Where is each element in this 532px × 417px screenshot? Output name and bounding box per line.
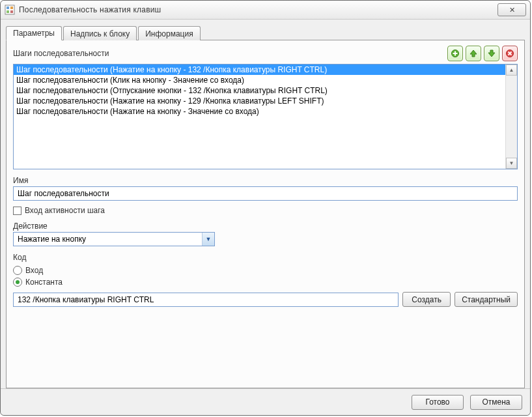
radio-const[interactable]: [13, 278, 22, 287]
dialog-window: Последовательность нажатия клавиш ✕ Пара…: [0, 0, 531, 416]
radio-input[interactable]: [13, 266, 22, 275]
tab-panel-parameters: Шаги последовательности: [6, 40, 525, 388]
list-item[interactable]: Шаг последовательности (Отпускание кнопк…: [14, 85, 517, 96]
svg-rect-4: [10, 10, 13, 13]
arrow-up-icon: [469, 50, 477, 57]
code-label: Код: [13, 253, 518, 262]
tab-parameters[interactable]: Параметры: [6, 26, 62, 40]
window-close-button[interactable]: ✕: [497, 3, 526, 16]
tabs: Параметры Надпись к блоку Информация: [6, 25, 525, 40]
create-button-label: Создать: [412, 295, 441, 304]
close-icon: ✕: [509, 6, 515, 14]
list-item[interactable]: Шаг последовательности (Нажатие на кнопк…: [14, 65, 517, 75]
ok-button-label: Готово: [425, 397, 449, 407]
plus-icon: [451, 50, 459, 57]
name-label: Имя: [13, 176, 518, 185]
move-up-button[interactable]: [466, 46, 481, 61]
cancel-button-label: Отмена: [482, 397, 510, 407]
tab-info-label: Информация: [145, 29, 193, 38]
tab-info[interactable]: Информация: [138, 26, 200, 40]
move-down-button[interactable]: [484, 46, 499, 61]
standard-button-label: Стандартный: [462, 295, 511, 304]
listbox-scrollbar[interactable]: ▲ ▼: [505, 65, 517, 169]
tab-block-caption-label: Надпись к блоку: [70, 29, 130, 38]
window-title: Последовательность нажатия клавиш: [19, 5, 497, 14]
radio-input-row[interactable]: Вход: [13, 266, 518, 275]
steps-toolbar: [447, 46, 518, 61]
svg-rect-3: [7, 10, 9, 13]
steps-listbox[interactable]: Шаг последовательности (Нажатие на кнопк…: [13, 64, 518, 169]
delete-step-button[interactable]: [502, 46, 518, 61]
steps-header: Шаги последовательности: [13, 46, 518, 61]
tab-block-caption[interactable]: Надпись к блоку: [63, 26, 137, 40]
scroll-up-button[interactable]: ▲: [506, 65, 517, 76]
scroll-down-button[interactable]: ▼: [506, 158, 517, 169]
action-select[interactable]: Нажатие на кнопку ▼: [13, 232, 215, 246]
code-row: Создать Стандартный: [13, 292, 518, 307]
standard-button[interactable]: Стандартный: [455, 292, 518, 307]
list-item[interactable]: Шаг последовательности (Клик на кнопку -…: [14, 75, 517, 85]
titlebar: Последовательность нажатия клавиш ✕: [1, 1, 530, 20]
app-icon: [5, 5, 15, 15]
svg-rect-2: [10, 7, 13, 9]
cancel-button[interactable]: Отмена: [470, 395, 522, 410]
code-input[interactable]: [13, 293, 399, 307]
svg-rect-1: [7, 7, 9, 9]
activity-checkbox[interactable]: [13, 207, 21, 215]
list-item[interactable]: Шаг последовательности (Нажатие на кнопк…: [14, 96, 517, 106]
create-button[interactable]: Создать: [402, 292, 451, 307]
ok-button[interactable]: Готово: [412, 395, 464, 410]
radio-input-label: Вход: [25, 266, 43, 275]
dialog-footer: Готово Отмена: [1, 388, 530, 415]
add-step-button[interactable]: [447, 46, 463, 61]
client-area: Параметры Надпись к блоку Информация Шаг…: [1, 20, 530, 388]
arrow-down-icon: [488, 50, 496, 57]
radio-const-label: Константа: [25, 278, 63, 287]
chevron-down-icon[interactable]: ▼: [202, 233, 214, 246]
action-select-value: Нажатие на кнопку: [14, 233, 202, 246]
action-label: Действие: [13, 222, 518, 231]
svg-rect-7: [453, 53, 458, 54]
activity-checkbox-label: Вход активности шага: [25, 206, 105, 215]
activity-checkbox-row[interactable]: Вход активности шага: [13, 206, 518, 215]
radio-const-row[interactable]: Константа: [13, 278, 518, 287]
list-item[interactable]: Шаг последовательности (Нажатие на кнопк…: [14, 106, 517, 117]
steps-label: Шаги последовательности: [13, 49, 109, 58]
name-input[interactable]: [13, 186, 518, 201]
tab-parameters-label: Параметры: [13, 29, 55, 38]
delete-icon: [506, 50, 514, 57]
